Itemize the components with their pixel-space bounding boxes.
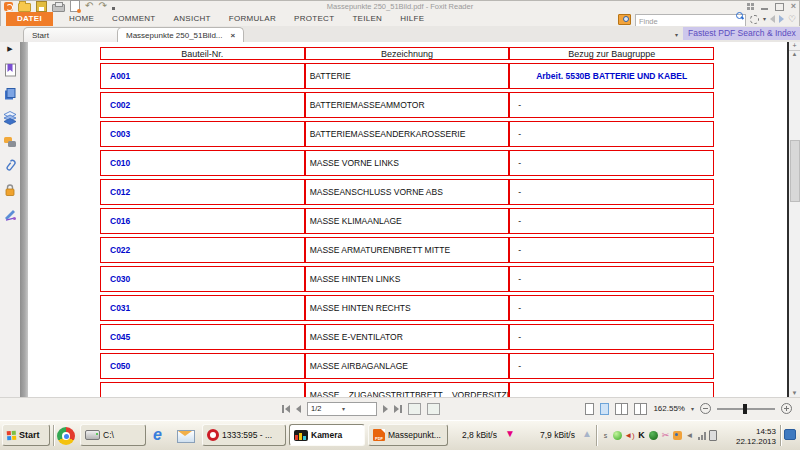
gear-dropdown-caret-icon[interactable]: ▾: [763, 16, 766, 22]
next-view-icon[interactable]: [427, 403, 440, 415]
tray-volume-active-icon[interactable]: ◄): [625, 431, 634, 440]
ribbon-tab-comment[interactable]: COMMENT: [110, 12, 157, 26]
save-icon[interactable]: [36, 1, 47, 12]
qat-customize-icon[interactable]: [112, 7, 115, 10]
tray-snipping-icon[interactable]: ✂: [661, 431, 670, 440]
previous-page-icon[interactable]: [296, 405, 301, 413]
cell-bezeichnung: MASSE HINTEN RECHTS: [305, 295, 510, 321]
ribbon-tab-datei[interactable]: DATEI: [6, 12, 53, 26]
ribbon-tab-home[interactable]: HOME: [67, 12, 96, 26]
tray-status-icon[interactable]: s: [601, 431, 610, 440]
column-header: Bezeichnung: [305, 47, 510, 60]
zoom-slider-thumb[interactable]: [743, 404, 747, 414]
tray-dark-orb-icon[interactable]: [649, 431, 658, 440]
find-next-icon[interactable]: [779, 15, 784, 23]
gear-icon[interactable]: [750, 15, 759, 24]
scrollbar-thumb[interactable]: [790, 140, 800, 202]
zoom-dropdown-caret-icon[interactable]: ▾: [691, 406, 694, 412]
panel-splitter[interactable]: [20, 42, 28, 397]
scrollbar-split-handle-icon[interactable]: +: [789, 42, 800, 51]
pdf-task-button[interactable]: PDF Massepunkt...: [368, 424, 448, 446]
promo-banner[interactable]: Fastest PDF Search & Index: [683, 27, 800, 40]
mail-icon[interactable]: [177, 430, 195, 443]
attachments-panel-icon[interactable]: [3, 159, 17, 173]
single-page-view-icon[interactable]: [585, 403, 594, 415]
scroll-down-icon[interactable]: ▼: [789, 390, 800, 396]
camera-task-button[interactable]: Kamera: [289, 424, 365, 446]
continuous-facing-view-icon[interactable]: [634, 403, 647, 415]
ribbon-row: DATEIHOMECOMMENTANSICHTFORMULARPROTECTTE…: [0, 12, 800, 26]
sidebar-expand-icon[interactable]: ▶: [7, 45, 12, 53]
tray-signal-icon[interactable]: [697, 431, 706, 440]
find-previous-icon[interactable]: [770, 15, 775, 23]
cell-bauteil-nr: C010: [100, 150, 305, 176]
tray-kaspersky-icon[interactable]: K: [637, 431, 646, 440]
ribbon-tab-hilfe[interactable]: HILFE: [398, 12, 426, 26]
desktop-separator: [780, 425, 782, 446]
tray-speaker-icon[interactable]: ◄: [685, 431, 694, 440]
cell-bezeichnung: MASSE HINTEN LINKS: [305, 266, 510, 292]
previous-view-icon[interactable]: [408, 403, 421, 415]
promo-dropdown-caret-icon[interactable]: ▾: [675, 31, 678, 38]
next-page-icon[interactable]: [383, 405, 388, 413]
cell-bezug-zur-baugruppe: -: [509, 353, 714, 379]
drive-c-task-button[interactable]: C:\: [80, 424, 146, 446]
camera-icon: [294, 430, 308, 441]
ribbon-tab-teilen[interactable]: TEILEN: [350, 12, 384, 26]
zoom-out-icon[interactable]: [700, 403, 711, 414]
close-button[interactable]: ×: [791, 2, 796, 11]
redo-icon[interactable]: ↷: [98, 1, 106, 11]
start-button[interactable]: Start: [2, 424, 50, 446]
new-document-icon[interactable]: [70, 0, 80, 12]
ribbon-tab-ansicht[interactable]: ANSICHT: [172, 12, 213, 26]
facing-view-icon[interactable]: [615, 403, 628, 415]
internet-explorer-icon[interactable]: e: [153, 425, 162, 445]
scroll-up-icon[interactable]: ▲: [789, 51, 800, 57]
cell-bauteil-nr: [100, 382, 305, 397]
first-page-icon[interactable]: [282, 405, 290, 413]
print-icon[interactable]: [52, 4, 65, 12]
cell-bezeichnung: BATTERIEMASSEAMMOTOR: [305, 92, 510, 118]
continuous-view-icon[interactable]: [600, 403, 609, 415]
pdf-table: Bauteil-Nr.BezeichnungBezug zur Baugrupp…: [100, 44, 714, 397]
layers-panel-icon[interactable]: [3, 111, 17, 125]
layout-switch-icon[interactable]: [747, 3, 754, 10]
cell-bezug-zur-baugruppe: -: [509, 324, 714, 350]
tray-green-orb-icon[interactable]: [613, 431, 622, 440]
open-file-icon[interactable]: [18, 3, 31, 12]
pages-panel-icon[interactable]: [3, 87, 17, 101]
cell-bezug-zur-baugruppe: -: [509, 150, 714, 176]
table-row: C002BATTERIEMASSEAMMOTOR-: [100, 92, 714, 118]
undo-icon[interactable]: ↶: [85, 1, 93, 11]
restore-button[interactable]: [775, 3, 784, 11]
signature-panel-icon[interactable]: [3, 207, 17, 221]
cell-bezug-zur-baugruppe: -: [509, 179, 714, 205]
show-desktop-icon[interactable]: [784, 429, 796, 440]
ribbon-tab-protect[interactable]: PROTECT: [292, 12, 336, 26]
security-panel-icon[interactable]: [3, 183, 17, 197]
chrome-icon[interactable]: [57, 427, 75, 445]
taskbar-clock[interactable]: 14:53 22.12.2013: [720, 427, 776, 446]
vertical-scrollbar[interactable]: + ▲ ▼: [787, 42, 800, 397]
zoom-in-icon[interactable]: [781, 403, 792, 414]
page-number-box[interactable]: 1/2 ▾: [307, 402, 377, 416]
ribbon-tab-formular[interactable]: FORMULAR: [227, 12, 278, 26]
tray-device-icon[interactable]: [709, 430, 717, 441]
foxit-logo-icon[interactable]: [4, 2, 13, 11]
page-dropdown-caret-icon[interactable]: ▾: [342, 406, 373, 412]
column-header: Bezug zur Baugruppe: [509, 47, 714, 60]
heart-icon[interactable]: ♡: [788, 15, 796, 24]
minimize-button[interactable]: [761, 8, 768, 10]
tab-document[interactable]: Massepunkte 250_51Bild... ×: [117, 27, 244, 42]
opera-task-button[interactable]: 1333:595 - ...: [202, 424, 286, 446]
last-page-icon[interactable]: [394, 405, 402, 413]
search-icon[interactable]: [736, 12, 743, 19]
search-folder-icon[interactable]: [618, 14, 631, 25]
tray-app-icon[interactable]: [673, 431, 682, 440]
comments-panel-icon[interactable]: [3, 135, 17, 149]
bookmarks-panel-icon[interactable]: [3, 63, 17, 77]
zoom-slider[interactable]: [717, 408, 775, 410]
tab-close-icon[interactable]: ×: [231, 31, 236, 40]
cell-bezug-zur-baugruppe: -: [509, 92, 714, 118]
cell-bauteil-nr: C016: [100, 208, 305, 234]
